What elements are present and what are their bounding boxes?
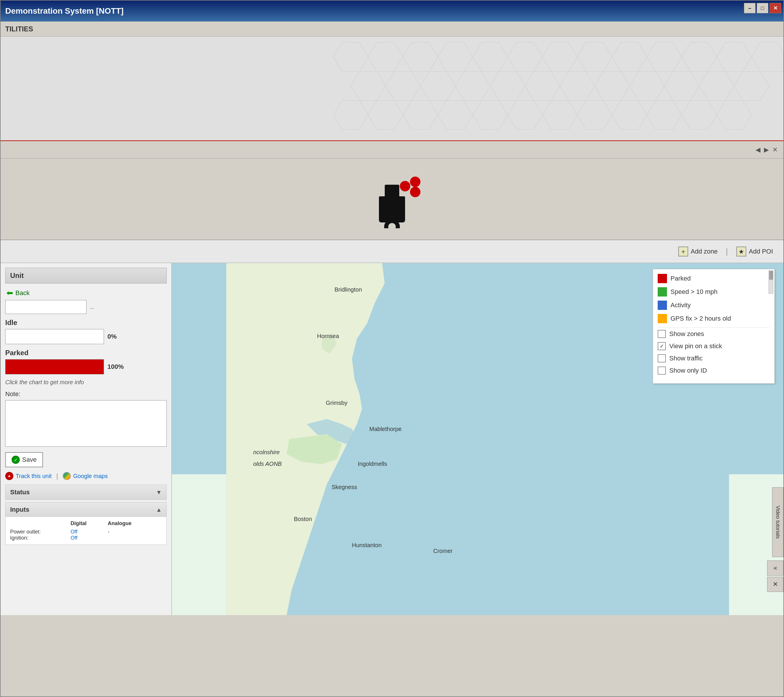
- unit-name-input[interactable]: [5, 300, 87, 314]
- status-label: Status: [10, 488, 30, 496]
- unit-header-label: Unit: [10, 272, 24, 280]
- speed-color-box: [658, 287, 667, 297]
- scroll-close-button[interactable]: ✕: [767, 577, 783, 592]
- status-header[interactable]: Status ▼: [5, 485, 166, 499]
- svg-marker-10: [682, 43, 716, 71]
- app-logo: [360, 170, 424, 228]
- save-label: Save: [22, 456, 36, 463]
- map-scroll-buttons: « ✕: [767, 560, 783, 592]
- show-only-id-checkbox[interactable]: [658, 366, 666, 375]
- legend-divider: [658, 327, 770, 328]
- outer-maximize-button[interactable]: □: [757, 3, 768, 13]
- legend-scrollbar[interactable]: [769, 270, 773, 293]
- main-content: Unit ⬅ Back ... Idle 0%: [1, 263, 783, 615]
- header-area: [1, 36, 783, 141]
- svg-marker-34: [647, 101, 682, 130]
- svg-marker-17: [490, 71, 525, 101]
- map-area[interactable]: Bridlington Hornsea Grimsby Mablethorpe …: [172, 263, 783, 615]
- note-label: Note:: [5, 391, 167, 398]
- video-tutorials-button[interactable]: Video tutorials: [772, 487, 783, 557]
- show-traffic-checkbox[interactable]: [658, 354, 666, 363]
- svg-text:★: ★: [738, 248, 744, 255]
- save-button[interactable]: ✓ Save: [5, 452, 43, 467]
- legend-speed: Speed > 10 mph: [658, 287, 770, 297]
- nav-close[interactable]: ✕: [771, 145, 779, 155]
- svg-marker-23: [699, 71, 734, 101]
- power-digital-link[interactable]: Off: [71, 529, 77, 535]
- svg-marker-29: [473, 101, 507, 130]
- back-button[interactable]: ⬅ Back: [5, 286, 167, 300]
- analogue-header: Analogue: [108, 521, 143, 527]
- show-zones-label: Show zones: [669, 330, 704, 338]
- nav-arrows: ◀ ▶ ✕: [754, 145, 779, 155]
- status-collapse-arrow: ▼: [156, 489, 162, 496]
- save-icon: ✓: [12, 456, 20, 464]
- svg-marker-0: [333, 43, 368, 71]
- scroll-up-button[interactable]: «: [767, 560, 783, 576]
- idle-percent: 0%: [107, 333, 117, 340]
- svg-marker-19: [560, 71, 595, 101]
- idle-label: Idle: [5, 319, 167, 327]
- left-panel: Unit ⬅ Back ... Idle 0%: [1, 263, 172, 615]
- outer-minimize-button[interactable]: –: [744, 3, 756, 13]
- outer-close-button[interactable]: ✕: [769, 3, 781, 13]
- show-zones-checkbox[interactable]: [658, 330, 666, 338]
- svg-marker-5: [507, 43, 542, 71]
- outer-titlebar: Demonstration System [NOTT] – □ ✕: [1, 1, 783, 21]
- inputs-table-header: Digital Analogue: [10, 521, 162, 527]
- svg-marker-32: [577, 101, 612, 130]
- svg-marker-20: [595, 71, 629, 101]
- link-row: ● Track this unit | Google maps: [5, 472, 167, 480]
- legend-activity: Activity: [658, 301, 770, 310]
- nav-forward-arrow[interactable]: ▶: [763, 145, 770, 155]
- menu-label: TILITIES: [5, 25, 33, 33]
- svg-marker-36: [716, 101, 751, 130]
- partial-input-row: ...: [5, 300, 167, 314]
- track-icon: ●: [5, 472, 13, 480]
- add-zone-button[interactable]: + Add zone: [675, 244, 721, 259]
- svg-point-43: [386, 221, 398, 228]
- svg-point-42: [410, 187, 420, 197]
- nav-back-arrow[interactable]: ◀: [754, 145, 762, 155]
- note-textarea[interactable]: [5, 400, 167, 447]
- show-only-id-item: Show only ID: [658, 366, 770, 375]
- show-traffic-label: Show traffic: [669, 354, 703, 362]
- gps-legend-label: GPS fix > 2 hours old: [670, 315, 731, 322]
- ignition-row: Ignition: Off: [10, 535, 162, 541]
- legend-gps: GPS fix > 2 hours old: [658, 314, 770, 323]
- inputs-section: Inputs ▲ Digital Analogue Power outlet:: [5, 502, 167, 545]
- google-maps-button[interactable]: Google maps: [63, 472, 108, 480]
- add-poi-button[interactable]: ★ Add POI: [733, 244, 776, 259]
- svg-marker-21: [629, 71, 664, 101]
- google-icon: [63, 472, 71, 480]
- add-poi-icon: ★: [736, 246, 746, 257]
- svg-marker-30: [507, 101, 542, 130]
- toolbar-separator: |: [726, 247, 728, 256]
- inputs-collapse-arrow: ▲: [156, 506, 162, 513]
- inputs-content: Digital Analogue Power outlet: Off - Ign…: [5, 517, 166, 545]
- chart-info-text: Click the chart to get more info: [5, 379, 167, 386]
- svg-text:+: +: [681, 248, 685, 255]
- track-unit-button[interactable]: ● Track this unit: [5, 472, 52, 480]
- svg-marker-31: [542, 101, 577, 130]
- svg-marker-9: [647, 43, 682, 71]
- outer-window-title: Demonstration System [NOTT]: [5, 7, 124, 16]
- ignition-digital-link[interactable]: Off: [71, 535, 77, 541]
- svg-marker-33: [612, 101, 647, 130]
- view-pin-item: ✓ View pin on a stick: [658, 342, 770, 350]
- unit-section-header: Unit: [5, 268, 167, 283]
- power-analogue-value: -: [108, 529, 143, 535]
- legend-panel: Parked Speed > 10 mph Activity GPS fix >…: [653, 269, 775, 384]
- svg-marker-7: [577, 43, 612, 71]
- outer-titlebar-buttons: – □ ✕: [744, 3, 781, 13]
- svg-marker-4: [473, 43, 507, 71]
- inputs-header[interactable]: Inputs ▲: [5, 503, 166, 517]
- svg-marker-13: [351, 71, 385, 101]
- svg-marker-6: [542, 43, 577, 71]
- inputs-label: Inputs: [10, 506, 29, 514]
- show-traffic-item: Show traffic: [658, 354, 770, 363]
- back-label: Back: [15, 289, 30, 297]
- logo-area: [1, 158, 783, 240]
- view-pin-checkbox[interactable]: ✓: [658, 342, 666, 350]
- speed-legend-label: Speed > 10 mph: [670, 288, 718, 296]
